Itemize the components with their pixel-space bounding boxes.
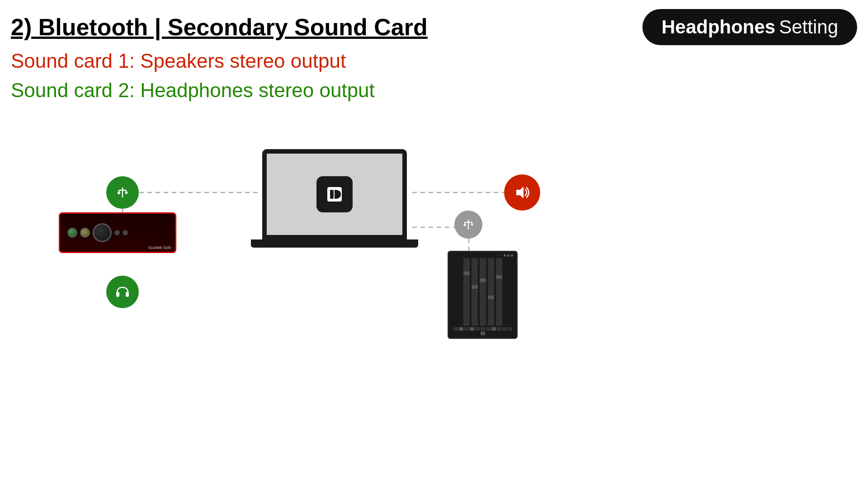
fader-4 (488, 258, 494, 326)
badge-normal: Setting (779, 16, 838, 38)
fader-group (451, 258, 514, 326)
dj-logo-svg (321, 181, 348, 208)
subtitle-soundcard2: Sound card 2: Headphones stereo output (11, 79, 375, 102)
diagram: Scarlett Solo (0, 122, 868, 488)
ctrl-header-dot-1 (504, 254, 506, 257)
controller-buttons (451, 327, 514, 335)
usb-circle-right (454, 211, 482, 239)
headphones-badge: Headphones Setting (642, 9, 857, 45)
knob-2 (80, 228, 90, 238)
scarlett-controls (64, 221, 171, 244)
ctrl-header-dot-2 (507, 254, 509, 257)
ctrl-btn-8 (491, 327, 496, 331)
knob-main (93, 223, 112, 242)
dj-software-logo (316, 176, 353, 212)
page-title: 2) Bluetooth | Secondary Sound Card (11, 14, 428, 41)
ctrl-dot-1 (114, 230, 120, 235)
knob-1 (67, 228, 77, 238)
fader-1 (463, 258, 470, 326)
dj-controller (448, 251, 518, 339)
headphone-circle (106, 276, 139, 308)
header: 2) Bluetooth | Secondary Sound Card Head… (11, 9, 857, 45)
ctrl-btn-5 (475, 327, 480, 331)
subtitle-soundcard1: Sound card 1: Speakers stereo output (11, 50, 346, 72)
controller-header (451, 254, 514, 257)
svg-rect-23 (116, 292, 119, 297)
ctrl-btn-4 (470, 327, 474, 331)
usb-circle-left (106, 176, 139, 209)
usb-icon-right (460, 216, 476, 233)
ctrl-btn-3 (464, 327, 469, 331)
svg-rect-24 (126, 292, 129, 297)
fader-3 (480, 258, 486, 326)
speaker-circle (504, 174, 540, 211)
headphone-icon (113, 283, 132, 301)
laptop-screen (262, 149, 407, 239)
ctrl-btn-6 (481, 327, 485, 331)
laptop (258, 149, 411, 248)
fader-5 (496, 258, 502, 326)
badge-bold: Headphones (661, 16, 775, 38)
ctrl-btn-9 (497, 327, 501, 331)
fader-2 (472, 258, 478, 326)
ctrl-btn-1 (453, 327, 458, 331)
ctrl-btn-2 (459, 327, 463, 331)
usb-icon-left (114, 184, 131, 201)
ctrl-btn-12 (481, 332, 485, 335)
ctrl-dot-2 (123, 230, 128, 235)
svg-point-22 (114, 283, 131, 300)
ctrl-btn-10 (502, 327, 507, 331)
speaker-icon (512, 182, 533, 203)
laptop-base (251, 239, 418, 248)
scarlett-label: Scarlett Solo (148, 245, 171, 250)
ctrl-header-dot-3 (511, 254, 513, 257)
ctrl-btn-7 (486, 327, 491, 331)
ctrl-btn-11 (508, 327, 512, 331)
scarlett-interface: Scarlett Solo (59, 212, 176, 253)
svg-rect-27 (330, 190, 334, 199)
